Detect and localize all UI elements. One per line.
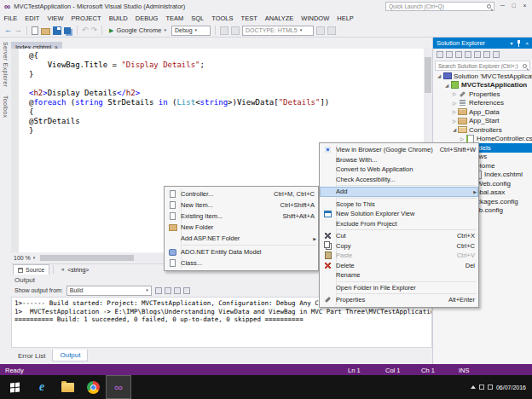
menubar-item-debug[interactable]: DEBUG — [131, 13, 162, 24]
context-menu-item-properties[interactable]: PropertiesAlt+Enter — [320, 295, 478, 305]
quick-launch-input[interactable]: Quick Launch (Ctrl+Q) — [385, 2, 494, 11]
submenu-item-add-asp-net-folder[interactable]: Add ASP.NET Folder▶ — [165, 233, 318, 244]
redo-icon[interactable]: ↷ — [91, 26, 98, 34]
taskbar-ie-button[interactable]: e — [29, 375, 55, 399]
context-menu-item-add[interactable]: Add▶ — [320, 187, 478, 197]
context-menu-item-convert-to-web-application[interactable]: Convert to Web Application — [320, 165, 478, 175]
go-to-message-icon[interactable] — [174, 287, 181, 294]
context-menu-item-check-accessibility[interactable]: Check Accessibility... — [320, 175, 478, 185]
menubar-item-sql[interactable]: SQL — [188, 13, 208, 24]
submenu-item-ado-net-entity-data-model[interactable]: ADO.NET Entity Data Model — [165, 246, 318, 257]
toolbar-icon[interactable] — [220, 26, 228, 35]
preview-icon[interactable] — [493, 51, 500, 58]
toggle-icon[interactable] — [183, 287, 190, 294]
collapse-icon[interactable]: ◢ — [436, 73, 442, 78]
start-button[interactable] — [0, 375, 29, 399]
tray-network-icon[interactable] — [479, 385, 484, 390]
context-menu-item-cut[interactable]: CutCtrl+X — [320, 231, 478, 241]
tree-item-app-data[interactable]: ▷App_Data — [433, 107, 532, 117]
expand-icon[interactable]: ▷ — [451, 91, 458, 96]
properties-icon[interactable] — [483, 51, 490, 58]
view-code-icon[interactable] — [474, 51, 481, 58]
tag-breadcrumb[interactable]: <string> — [67, 267, 89, 273]
context-menu-item-copy[interactable]: CopyCtrl+C — [320, 241, 478, 252]
toolbar-icon[interactable] — [316, 26, 325, 35]
navigate-forward-icon[interactable]: → — [14, 26, 22, 34]
menubar-item-window[interactable]: WINDOW — [298, 13, 333, 24]
tray-volume-icon[interactable] — [488, 385, 493, 390]
collapse-icon[interactable]: ◢ — [451, 127, 458, 132]
tray-expand-icon[interactable] — [471, 385, 476, 389]
breakpoint-gutter[interactable] — [11, 49, 19, 252]
source-view-tab[interactable]: Source — [13, 264, 49, 275]
open-file-icon[interactable] — [41, 28, 50, 35]
submenu-item-controller[interactable]: Controller...Ctrl+M, Ctrl+C — [165, 188, 318, 200]
taskbar-date[interactable]: 06/07/2016 — [496, 385, 526, 390]
collapse-all-icon[interactable] — [446, 51, 453, 58]
submenu-item-class[interactable]: Class... — [165, 257, 318, 269]
menubar-item-edit[interactable]: EDIT — [21, 13, 43, 24]
tag-nav-back-icon[interactable]: ◄ — [60, 267, 65, 272]
submenu-item-existing-item[interactable]: Existing Item...Shift+Alt+A — [165, 211, 318, 222]
taskbar-explorer-button[interactable] — [55, 375, 80, 399]
maximize-button[interactable]: □ — [508, 0, 519, 11]
output-source-dropdown[interactable]: Build ▾ — [66, 286, 152, 296]
clear-all-icon[interactable] — [155, 287, 162, 294]
context-menu-item-delete[interactable]: DeleteDel — [320, 261, 478, 271]
taskbar-chrome-button[interactable] — [80, 375, 106, 399]
taskbar-visual-studio-button[interactable]: ∞ — [106, 375, 131, 399]
tree-item-references[interactable]: ▷References — [433, 99, 532, 108]
save-icon[interactable] — [53, 26, 61, 35]
tree-item-controllers[interactable]: ◢Controllers — [433, 125, 532, 135]
tree-item-properties[interactable]: ▷Properties — [433, 90, 532, 99]
pin-icon[interactable] — [516, 40, 522, 47]
doctype-dropdown[interactable]: DOCTYPE: HTML5 ▾ — [242, 26, 314, 36]
menubar-item-view[interactable]: VIEW — [43, 13, 67, 24]
scrollbar-thumb[interactable] — [425, 57, 431, 93]
solution-explorer-search[interactable] — [435, 61, 530, 71]
home-icon[interactable] — [437, 51, 443, 58]
context-menu-item-exclude-from-project[interactable]: Exclude From Project — [320, 219, 478, 229]
side-tab-toolbox[interactable]: Toolbox — [3, 91, 9, 122]
menubar-item-build[interactable]: BUILD — [105, 13, 131, 24]
expand-icon[interactable]: ▷ — [459, 136, 466, 142]
zoom-dropdown[interactable]: 100 % ▾ — [14, 255, 35, 261]
solution-config-dropdown[interactable]: Debug ▾ — [171, 26, 211, 36]
search-input[interactable] — [438, 63, 523, 69]
close-icon[interactable]: × — [525, 41, 529, 46]
context-menu-item-scope-to-this[interactable]: Scope to This — [320, 200, 478, 210]
context-menu-item-view-in-browser-google-chrome[interactable]: View in Browser (Google Chrome)Ctrl+Shif… — [320, 145, 478, 155]
context-menu-item-new-solution-explorer-view[interactable]: New Solution Explorer View — [320, 209, 478, 219]
code-area[interactable]: @{ ViewBag.Title = "Display Details";}<h… — [29, 51, 329, 136]
tree-item-solution-mvctestapplication-1-project[interactable]: ◢Solution 'MVCTestApplication' (1 projec… — [433, 72, 532, 81]
window-position-icon[interactable]: ▾ — [510, 40, 512, 46]
context-menu-item-browse-with[interactable]: Browse With... — [320, 155, 478, 165]
expand-icon[interactable]: ▷ — [451, 119, 458, 124]
refresh-icon[interactable] — [465, 51, 471, 58]
tree-item-mvctestapplication[interactable]: ◢MVCTestApplication — [433, 81, 532, 90]
menubar-item-analyze[interactable]: ANALYZE — [261, 13, 298, 24]
wrap-icon[interactable] — [165, 287, 171, 294]
menubar-item-help[interactable]: HELP — [333, 13, 358, 24]
context-menu-item-rename[interactable]: Rename — [320, 270, 478, 280]
tool-tab-output[interactable]: Output — [52, 350, 88, 361]
context-menu-item-open-folder-in-file-explorer[interactable]: Open Folder in File Explorer — [320, 283, 478, 293]
close-button[interactable]: × — [519, 0, 530, 11]
tool-tab-error-list[interactable]: Error List — [11, 350, 52, 361]
show-all-files-icon[interactable] — [455, 51, 462, 58]
toolbar-icon[interactable] — [231, 26, 240, 35]
scrollbar-thumb[interactable] — [40, 255, 134, 261]
collapse-icon[interactable]: ◢ — [443, 83, 450, 88]
toolbar-icon[interactable] — [327, 26, 336, 35]
undo-icon[interactable]: ↶ — [82, 26, 89, 34]
menubar-item-team[interactable]: TEAM — [162, 13, 188, 24]
menubar-item-file[interactable]: FILE — [0, 13, 21, 24]
save-all-icon[interactable] — [64, 27, 71, 34]
expand-icon[interactable]: ▷ — [451, 101, 458, 106]
minimize-button[interactable]: ─ — [497, 0, 508, 11]
context-menu-item-paste[interactable]: PasteCtrl+V — [320, 251, 478, 261]
solution-explorer-header[interactable]: Solution Explorer ▾ × — [433, 38, 532, 49]
menubar-item-project[interactable]: PROJECT — [67, 13, 105, 24]
navigate-back-icon[interactable]: ← — [4, 26, 12, 34]
new-file-icon[interactable] — [32, 26, 38, 35]
